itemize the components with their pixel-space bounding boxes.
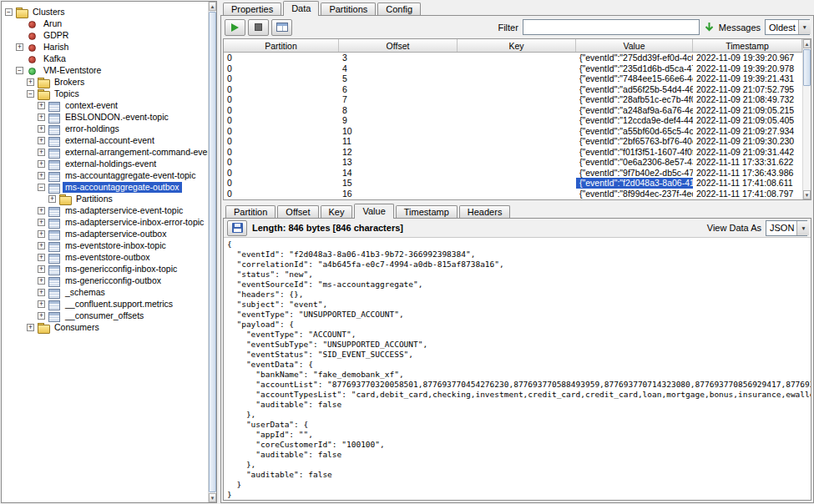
tree-node-label[interactable]: Brokers bbox=[52, 77, 87, 88]
cell-value[interactable]: {"eventId":"7484ee15-66e6-4e4.. bbox=[576, 73, 693, 84]
cell-offset[interactable]: 10 bbox=[339, 126, 458, 137]
table-view-button[interactable] bbox=[271, 19, 292, 36]
stop-button[interactable] bbox=[248, 19, 269, 36]
tree-expander-icon[interactable]: + bbox=[38, 219, 45, 226]
cell-offset[interactable]: 6 bbox=[339, 84, 458, 95]
cell-key[interactable] bbox=[458, 105, 576, 116]
cell-partition[interactable]: 0 bbox=[224, 126, 339, 137]
cell-key[interactable] bbox=[458, 73, 576, 84]
tree-expander-icon[interactable]: + bbox=[38, 160, 45, 168]
tree-node-label[interactable]: Clusters bbox=[30, 7, 68, 18]
tree-node-label[interactable]: ms-adapterservice-inbox-error-topic bbox=[63, 217, 206, 228]
column-header-key[interactable]: Key bbox=[458, 39, 576, 52]
tree-node-label[interactable]: Arun bbox=[41, 18, 64, 29]
tree-node-label[interactable]: Harish bbox=[41, 42, 71, 53]
cell-offset[interactable]: 16 bbox=[339, 189, 458, 199]
cell-timestamp[interactable]: 2022-11-09 21:08:49.732 bbox=[693, 94, 802, 105]
cell-value[interactable]: {"eventId":"235d1d6b-d5ca-475.. bbox=[576, 63, 693, 74]
table-row[interactable]: 0 15 {"eventId":"f2d048a3-8a06-41b.. 202… bbox=[224, 178, 802, 189]
tree-expander-icon[interactable]: + bbox=[38, 149, 45, 156]
cell-timestamp[interactable]: 2022-11-09 21:07:52.795 bbox=[693, 84, 802, 95]
cell-value[interactable]: {"eventId":"9f7b40e2-db5c-471.. bbox=[576, 168, 693, 179]
table-row[interactable]: 0 7 {"eventId":"28afb51c-ec7b-4f09.. 202… bbox=[224, 94, 802, 105]
cell-key[interactable] bbox=[458, 178, 576, 189]
tree-scrollbar-track[interactable] bbox=[209, 11, 216, 493]
tree-node[interactable]: + ms-adapterservice-outbox bbox=[2, 228, 208, 239]
cell-value[interactable]: {"eventId":"a248af9a-6a76-4e3.. bbox=[576, 105, 693, 116]
table-row[interactable]: 0 14 {"eventId":"9f7b40e2-db5c-471.. 202… bbox=[224, 168, 802, 179]
tree-node[interactable]: + __consumer_offsets bbox=[2, 310, 208, 321]
cell-value[interactable]: {"eventId":"f01f3f51-1607-4f0f-8.. bbox=[576, 147, 693, 158]
tree-scrollbar-thumb[interactable] bbox=[209, 12, 216, 492]
cell-partition[interactable]: 0 bbox=[224, 115, 339, 126]
tree-node[interactable]: + external-holdings-event bbox=[2, 158, 208, 169]
retrieve-messages-button[interactable] bbox=[225, 19, 245, 36]
tree-expander-icon[interactable]: + bbox=[38, 102, 45, 109]
cell-value[interactable]: {"eventId":"2bf65763-bf76-40ec.. bbox=[576, 136, 693, 147]
cell-offset[interactable]: 8 bbox=[339, 105, 458, 116]
green-down-arrow-icon[interactable] bbox=[704, 22, 715, 33]
tree-node[interactable]: − ms-accountaggregate-outbox bbox=[2, 181, 208, 193]
tree-node[interactable]: + ms-genericconfig-outbox bbox=[2, 275, 208, 286]
cell-timestamp[interactable]: 2022-11-09 19:39:21.431 bbox=[693, 73, 802, 84]
tab[interactable]: Headers bbox=[459, 205, 511, 218]
tree-expander-icon[interactable]: + bbox=[38, 300, 45, 308]
tree-node-label[interactable]: ms-accountaggregate-outbox bbox=[63, 182, 182, 193]
cell-key[interactable] bbox=[458, 168, 576, 179]
cell-offset[interactable]: 5 bbox=[339, 73, 458, 84]
cell-partition[interactable]: 0 bbox=[224, 63, 339, 74]
cell-key[interactable] bbox=[458, 115, 576, 126]
tree-node[interactable]: + context-event bbox=[2, 99, 208, 111]
tab[interactable]: Partition bbox=[225, 205, 276, 218]
tree-expander-icon[interactable] bbox=[16, 32, 23, 39]
tree-expander-icon[interactable]: + bbox=[38, 207, 45, 214]
cell-key[interactable] bbox=[458, 63, 576, 74]
tree-node[interactable]: − Clusters bbox=[2, 6, 208, 18]
tree-node[interactable]: + Brokers bbox=[2, 76, 208, 88]
tab[interactable]: Properties bbox=[223, 3, 281, 15]
cell-partition[interactable]: 0 bbox=[224, 168, 339, 179]
cell-value[interactable]: {"eventId":"a55bf60d-65c5-4c0.. bbox=[576, 126, 693, 137]
table-row[interactable]: 0 3 {"eventId":"275dd39f-ef0d-4c08.. 202… bbox=[224, 53, 802, 63]
tree-expander-icon[interactable]: + bbox=[38, 312, 45, 320]
cell-timestamp[interactable]: 2022-11-09 21:09:30.230 bbox=[693, 136, 802, 147]
tree-scrollbar[interactable]: ▲ ▼ bbox=[208, 2, 216, 502]
table-scrollbar-thumb[interactable] bbox=[803, 49, 811, 86]
scroll-down-icon[interactable]: ▼ bbox=[209, 493, 216, 502]
cell-offset[interactable]: 3 bbox=[339, 53, 458, 63]
tree-expander-icon[interactable] bbox=[16, 55, 23, 63]
tree-node-label[interactable]: EBSLONDON.-event-topic bbox=[63, 112, 171, 123]
table-row[interactable]: 0 9 {"eventId":"12ccda9e-def4-447.. 2022… bbox=[224, 115, 802, 126]
cell-timestamp[interactable]: 2022-11-09 19:39:20.967 bbox=[693, 53, 802, 63]
messages-order-select[interactable]: Oldest ▼ bbox=[765, 19, 810, 35]
cell-offset[interactable]: 9 bbox=[339, 115, 458, 126]
tree-expander-icon[interactable]: + bbox=[48, 195, 56, 203]
tree-node-label[interactable]: external-account-event bbox=[63, 135, 157, 146]
message-value-viewer[interactable]: { "eventId": "f2d048a3-8a06-41b3-9b72-36… bbox=[224, 238, 811, 500]
cell-offset[interactable]: 4 bbox=[339, 63, 458, 74]
table-scrollbar-track[interactable] bbox=[803, 48, 811, 190]
tab[interactable]: Config bbox=[377, 3, 421, 15]
cell-timestamp[interactable]: 2022-11-11 17:33:31.622 bbox=[693, 157, 802, 168]
cell-partition[interactable]: 0 bbox=[224, 147, 339, 158]
tree-node-label[interactable]: Consumers bbox=[52, 322, 102, 333]
tree-expander-icon[interactable] bbox=[16, 20, 23, 28]
cell-key[interactable] bbox=[458, 126, 576, 137]
cell-offset[interactable]: 14 bbox=[339, 168, 458, 179]
tree-expander-icon[interactable]: − bbox=[5, 8, 13, 16]
view-data-as-select[interactable]: JSON ▼ bbox=[766, 220, 807, 236]
scroll-up-icon[interactable]: ▲ bbox=[803, 39, 811, 48]
tree-node-label[interactable]: external-arrangement-command-event bbox=[63, 147, 208, 158]
cell-value[interactable]: {"eventId":"8f99d4ec-237f-4ec5.. bbox=[576, 189, 693, 199]
cell-timestamp[interactable]: 2022-11-09 21:09:31.442 bbox=[693, 147, 802, 158]
tree-node[interactable]: + error-holdings bbox=[2, 123, 208, 134]
tree-node[interactable]: + _schemas bbox=[2, 286, 208, 298]
cell-key[interactable] bbox=[458, 147, 576, 158]
cell-timestamp[interactable]: 2022-11-11 17:41:08.611 bbox=[693, 178, 802, 189]
tree-node[interactable]: − Topics bbox=[2, 88, 208, 99]
cell-partition[interactable]: 0 bbox=[224, 105, 339, 116]
cell-timestamp[interactable]: 2022-11-09 21:09:05.405 bbox=[693, 115, 802, 126]
table-row[interactable]: 0 6 {"eventId":"ad56f25b-54d4-467.. 2022… bbox=[224, 84, 802, 95]
tree-expander-icon[interactable]: − bbox=[38, 184, 45, 191]
tree-expander-icon[interactable]: + bbox=[38, 242, 45, 249]
